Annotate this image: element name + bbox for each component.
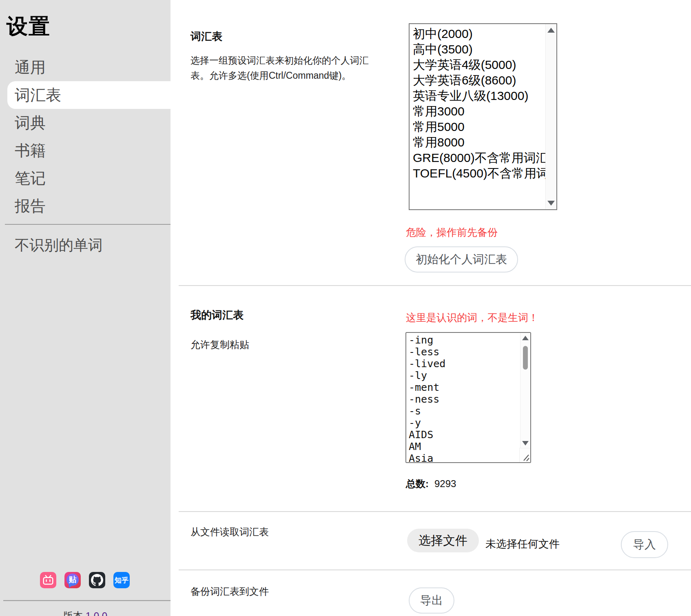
export-row-label: 备份词汇表到文件 xyxy=(190,585,269,598)
preset-option[interactable]: 大学英语4级(5000) xyxy=(413,57,556,73)
version-label: 版本 xyxy=(63,610,83,616)
sidebar-bottom-divider xyxy=(3,600,171,601)
zhihu-icon[interactable]: 知乎 xyxy=(113,572,130,588)
scroll-down-arrow-icon[interactable] xyxy=(522,441,529,445)
sidebar-nav: 通用词汇表词典书籍笔记报告 xyxy=(0,53,171,220)
social-links: 贴 知乎 xyxy=(40,572,130,588)
sidebar-divider xyxy=(5,224,171,225)
main-content: 词汇表 选择一组预设词汇表来初始化你的个人词汇表。允许多选(使用Ctrl/Com… xyxy=(171,0,691,616)
sidebar-item[interactable]: 报告 xyxy=(0,192,171,220)
page-title: 设置 xyxy=(7,12,51,41)
preset-option[interactable]: GRE(8000)不含常用词汇 xyxy=(413,150,556,166)
scrollbar-thumb[interactable] xyxy=(523,346,528,370)
github-icon[interactable] xyxy=(89,572,105,588)
resize-handle-icon[interactable] xyxy=(519,448,530,462)
section-heading-vocab-presets: 词汇表 xyxy=(190,29,222,44)
preset-option-list: 初中(2000)高中(3500)大学英语4级(5000)大学英语6级(8600)… xyxy=(410,24,556,181)
scroll-down-arrow-icon[interactable] xyxy=(547,201,555,206)
vocab-word-line: -ness xyxy=(409,393,528,405)
select-scrollbar[interactable] xyxy=(545,24,556,209)
sidebar-item[interactable]: 书籍 xyxy=(0,137,171,164)
preset-option[interactable]: 常用5000 xyxy=(413,119,556,135)
vocab-word-line: -ly xyxy=(409,370,528,381)
sidebar-item-unrecognized-words[interactable]: 不识别的单词 xyxy=(15,231,103,259)
total-label: 总数: xyxy=(406,478,429,489)
import-button[interactable]: 导入 xyxy=(621,531,668,558)
choose-file-button[interactable]: 选择文件 xyxy=(407,529,479,552)
vocab-word-line: -ing xyxy=(409,334,528,346)
vocab-word-line: AIDS xyxy=(409,429,528,441)
sidebar-item[interactable]: 词典 xyxy=(0,109,171,137)
tieba-icon[interactable]: 贴 xyxy=(64,572,81,588)
total-count: 总数:9293 xyxy=(406,477,456,490)
version-link[interactable]: 1.0.0 xyxy=(86,610,107,616)
file-status-text: 未选择任何文件 xyxy=(485,537,560,551)
export-button[interactable]: 导出 xyxy=(409,587,454,614)
vocab-word-line: -ment xyxy=(409,381,528,393)
vocab-word-line: -s xyxy=(409,405,528,417)
known-words-note: 这里是认识的词，不是生词！ xyxy=(406,311,538,324)
section-divider xyxy=(179,511,691,512)
danger-warning-text: 危险，操作前先备份 xyxy=(406,226,498,239)
preset-option[interactable]: 大学英语6级(8600) xyxy=(413,73,556,88)
total-value: 9293 xyxy=(434,478,456,489)
init-vocab-button[interactable]: 初始化个人词汇表 xyxy=(405,246,518,273)
settings-page: 设置 通用词汇表词典书籍笔记报告 不识别的单词 贴 知乎 xyxy=(0,0,691,616)
section-divider xyxy=(179,569,691,570)
import-row-label: 从文件读取词汇表 xyxy=(190,525,269,538)
vocab-words: -ing-less-lived-ly-ment-ness-s-yAIDSAMAs… xyxy=(406,333,530,463)
section-divider xyxy=(179,285,691,286)
vocab-word-line: -less xyxy=(409,346,528,358)
preset-option[interactable]: 英语专业八级(13000) xyxy=(413,88,556,104)
preset-vocab-multiselect[interactable]: 初中(2000)高中(3500)大学英语4级(5000)大学英语6级(8600)… xyxy=(409,23,557,210)
scroll-up-arrow-icon[interactable] xyxy=(547,28,555,33)
bilibili-icon[interactable] xyxy=(40,572,56,588)
my-vocab-textarea[interactable]: -ing-less-lived-ly-ment-ness-s-yAIDSAMAs… xyxy=(405,332,531,463)
preset-option[interactable]: 高中(3500) xyxy=(413,42,556,57)
preset-option[interactable]: TOEFL(4500)不含常用词汇 xyxy=(413,166,556,181)
vocab-word-line: Asia xyxy=(409,452,528,463)
vocab-presets-description: 选择一组预设词汇表来初始化你的个人词汇表。允许多选(使用Ctrl/Command… xyxy=(190,53,381,83)
textarea-scrollbar[interactable] xyxy=(520,333,530,448)
preset-option[interactable]: 常用3000 xyxy=(413,104,556,119)
version-text: 版本 1.0.0 xyxy=(0,609,171,616)
sidebar-item[interactable]: 词汇表 xyxy=(7,81,171,109)
vocab-word-line: -y xyxy=(409,417,528,429)
sidebar: 设置 通用词汇表词典书籍笔记报告 不识别的单词 贴 知乎 xyxy=(0,0,171,616)
copy-paste-hint: 允许复制粘贴 xyxy=(190,338,249,351)
sidebar-item[interactable]: 笔记 xyxy=(0,164,171,192)
section-heading-my-vocab: 我的词汇表 xyxy=(190,308,244,322)
vocab-word-line: AM xyxy=(409,441,528,452)
preset-option[interactable]: 常用8000 xyxy=(413,135,556,150)
preset-option[interactable]: 初中(2000) xyxy=(413,26,556,42)
scroll-up-arrow-icon[interactable] xyxy=(522,336,529,340)
vocab-word-line: -lived xyxy=(409,358,528,370)
sidebar-item[interactable]: 通用 xyxy=(0,53,171,81)
